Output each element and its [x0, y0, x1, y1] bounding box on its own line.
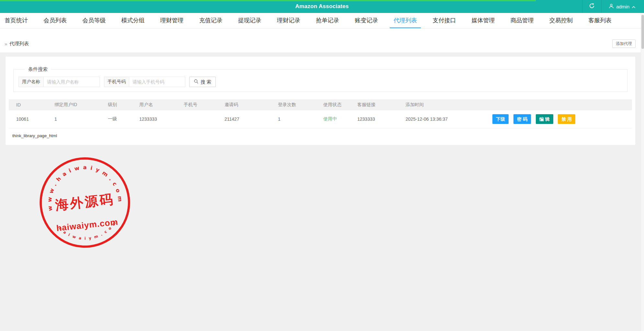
status-badge: 使用中: [316, 110, 350, 128]
refresh-icon: [589, 3, 595, 10]
page-title: 代理列表: [9, 41, 29, 47]
nav-item-balance-records[interactable]: 账变记录: [351, 13, 382, 28]
col-invite-code: 邀请码: [217, 99, 270, 110]
table-header-row: ID 绑定用户ID 级别 用户名 手机号 邀请码 登录次数 使用状态 客服链接 …: [9, 99, 632, 110]
disable-button[interactable]: 禁 用: [558, 114, 575, 124]
col-login-count: 登录次数: [270, 99, 316, 110]
nav-item-member-list[interactable]: 会员列表: [40, 13, 71, 28]
username-group: 用户名称: [18, 77, 100, 87]
col-bind-user-id: 绑定用户ID: [47, 99, 100, 110]
cell-username: 1233333: [132, 110, 176, 128]
nav-item-media-manage[interactable]: 媒体管理: [468, 13, 499, 28]
vertical-scrollbar[interactable]: [641, 13, 644, 331]
search-button-label: 搜 索: [201, 79, 211, 85]
cell-phone: [176, 110, 217, 128]
agent-table-wrap: ID 绑定用户ID 级别 用户名 手机号 邀请码 登录次数 使用状态 客服链接 …: [9, 99, 632, 128]
chevron-up-icon: [632, 4, 636, 9]
nav-item-order-records[interactable]: 抢单记录: [312, 13, 343, 28]
cell-level: 一级: [100, 110, 132, 128]
col-phone: 手机号: [176, 99, 217, 110]
phone-group: 手机号码: [104, 77, 185, 87]
refresh-button[interactable]: [582, 0, 601, 13]
cell-login-count: 1: [270, 110, 316, 128]
breadcrumb-arrow-icon: »: [5, 41, 7, 47]
search-fieldset: 条件搜索 用户名称 手机号码: [13, 66, 627, 92]
cell-bind-user-id: 1: [47, 110, 100, 128]
agent-table: ID 绑定用户ID 级别 用户名 手机号 邀请码 登录次数 使用状态 客服链接 …: [9, 99, 632, 128]
loading-progress-bar: [0, 0, 536, 1]
edit-button[interactable]: 编 辑: [536, 114, 553, 124]
phone-input[interactable]: [129, 77, 185, 87]
nav-item-home-stats[interactable]: 首页统计: [1, 13, 32, 28]
col-add-time: 添加时间: [398, 99, 485, 110]
top-header-bar: Amazon Associates admin: [0, 0, 644, 13]
admin-username: admin: [616, 4, 629, 9]
search-icon: [194, 79, 199, 85]
col-id: ID: [9, 99, 47, 110]
col-actions: [485, 99, 632, 110]
col-status: 使用状态: [316, 99, 350, 110]
cell-invite-code: 211427: [217, 110, 270, 128]
header-controls: admin: [582, 0, 644, 13]
cell-id: 10061: [9, 110, 47, 128]
username-input[interactable]: [44, 77, 100, 87]
cell-add-time: 2025-12-06 13:36:37: [398, 110, 485, 128]
username-label: 用户名称: [18, 77, 44, 87]
add-agent-button[interactable]: 添加代理: [612, 39, 636, 48]
nav-item-service-list[interactable]: 客服列表: [584, 13, 615, 28]
subordinates-button[interactable]: 下级: [492, 114, 509, 124]
password-button[interactable]: 密 码: [513, 114, 531, 124]
table-row: 10061 1 一级 1233333 211427 1 使用中 1233333 …: [9, 110, 632, 128]
admin-user-menu[interactable]: admin: [601, 0, 644, 13]
nav-item-finance-records[interactable]: 理财记录: [273, 13, 304, 28]
nav-item-finance-manage[interactable]: 理财管理: [156, 13, 188, 28]
nav-item-payment-api[interactable]: 支付接口: [429, 13, 460, 28]
app-title: Amazon Associates: [0, 0, 644, 13]
search-button[interactable]: 搜 索: [189, 77, 216, 87]
nav-item-withdraw-records[interactable]: 提现记录: [234, 13, 265, 28]
col-username: 用户名: [132, 99, 176, 110]
scrollbar-thumb[interactable]: [641, 15, 644, 49]
nav-item-recharge-records[interactable]: 充值记录: [195, 13, 226, 28]
nav-item-member-level[interactable]: 会员等级: [78, 13, 109, 28]
cell-actions: 下级 密 码 编 辑 禁 用: [485, 110, 632, 128]
main-nav: 首页统计 会员列表 会员等级 模式分组 理财管理 充值记录 提现记录 理财记录 …: [0, 13, 644, 28]
search-form: 用户名称 手机号码 搜 索: [18, 77, 622, 87]
page-content: 条件搜索 用户名称 手机号码: [0, 57, 644, 331]
phone-label: 手机号码: [104, 77, 129, 87]
nav-item-trade-control[interactable]: 交易控制: [546, 13, 577, 28]
col-level: 级别: [100, 99, 132, 110]
col-service-link: 客服链接: [350, 99, 398, 110]
nav-item-mode-group[interactable]: 模式分组: [117, 13, 148, 28]
nav-item-product-manage[interactable]: 商品管理: [507, 13, 538, 28]
debug-note: think_library_page_html: [12, 133, 635, 138]
user-icon: [609, 4, 614, 10]
agent-list-card: 条件搜索 用户名称 手机号码: [6, 57, 635, 145]
search-legend: 条件搜索: [25, 66, 51, 72]
breadcrumb: » 代理列表: [5, 41, 29, 47]
cell-service-link: 1233333: [350, 110, 398, 128]
nav-item-agent-list[interactable]: 代理列表: [390, 13, 421, 28]
breadcrumb-bar: » 代理列表 添加代理: [0, 28, 644, 52]
